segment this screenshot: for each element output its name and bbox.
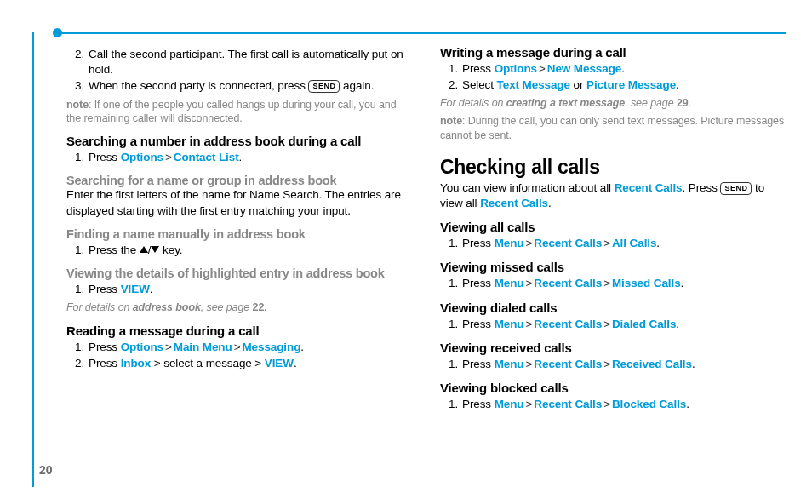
step-1: 1.Press Menu>Recent Calls>Missed Calls. — [440, 276, 786, 291]
step-1: 1.Press Options>New Message. — [440, 61, 786, 77]
note-text: : If one of the people you called hangs … — [66, 99, 397, 124]
link-recent-calls: Recent Calls — [534, 277, 602, 289]
heading-search-number: Searching a number in address book durin… — [66, 134, 413, 148]
link-recent-calls: Recent Calls — [480, 197, 548, 209]
heading-view-dialed: Viewing dialed calls — [440, 301, 786, 315]
link-contact-list: Contact List — [174, 151, 239, 163]
link-new-message: New Message — [547, 62, 621, 75]
send-key-icon: SEND — [308, 80, 340, 93]
view-details-steps: 1.Press VIEW. — [66, 282, 413, 297]
step-2: 2.Select Text Message or Picture Message… — [440, 77, 786, 93]
checking-intro: You can view information about all Recen… — [440, 180, 786, 211]
link-text-message: Text Message — [497, 78, 570, 91]
note: note: During the call, you can only send… — [440, 114, 786, 142]
prefix: Press — [89, 151, 121, 163]
link-recent-calls: Recent Calls — [534, 318, 602, 330]
prefix: Select — [462, 78, 497, 91]
heading-view-details: Viewing the details of highlighted entry… — [66, 266, 413, 280]
prefix: Press — [89, 357, 121, 369]
prefix: Press — [89, 283, 121, 295]
step-1: 1.Press Menu>Recent Calls>Received Calls… — [440, 357, 786, 372]
mid: > select a message > — [151, 357, 265, 369]
note-label: note — [440, 115, 462, 127]
heading-view-received: Viewing received calls — [440, 341, 786, 355]
step-3: 3.When the second party is connected, pr… — [66, 78, 413, 94]
heading-search-name: Searching for a name or group in address… — [66, 174, 413, 187]
step-1: 1.Press Menu>Recent Calls>Dialed Calls. — [440, 317, 786, 332]
link-main-menu: Main Menu — [174, 341, 232, 353]
step-1: 1.Press VIEW. — [66, 282, 413, 297]
link-recent-calls: Recent Calls — [534, 358, 602, 370]
view-missed-steps: 1.Press Menu>Recent Calls>Missed Calls. — [440, 276, 786, 291]
cross-ref: For details on address book, see page 22… — [66, 301, 413, 315]
link-options: Options — [495, 62, 537, 75]
heading-view-missed: Viewing missed calls — [440, 260, 786, 274]
prefix: Press — [89, 341, 121, 353]
link-view: VIEW — [265, 357, 294, 369]
link-menu: Menu — [495, 237, 524, 249]
step-1: 1.Press the / key. — [66, 243, 413, 258]
right-column: Writing a message during a call 1.Press … — [440, 45, 786, 413]
prefix: Press — [462, 398, 495, 410]
note: note: If one of the people you called ha… — [66, 98, 413, 126]
triangle-up-icon — [140, 246, 148, 253]
step-1: 1.Press Menu>Recent Calls>Blocked Calls. — [440, 397, 786, 412]
prefix: Press — [462, 358, 495, 370]
link-recent-calls: Recent Calls — [534, 237, 602, 249]
left-column: 2.Call the second participant. The first… — [66, 45, 413, 413]
link-menu: Menu — [495, 358, 524, 370]
find-manual-steps: 1.Press the / key. — [66, 243, 413, 258]
link-menu: Menu — [495, 318, 524, 330]
page-number: 20 — [39, 463, 53, 477]
columns: 2.Call the second participant. The first… — [41, 30, 786, 413]
note-text: : During the call, you can only send tex… — [440, 115, 784, 140]
link-blocked-calls: Blocked Calls — [612, 398, 686, 410]
or: or — [570, 78, 586, 91]
heading-view-blocked: Viewing blocked calls — [440, 381, 786, 395]
step-2: 2.Press Inbox > select a message > VIEW. — [66, 356, 413, 371]
manual-page: 2.Call the second participant. The first… — [0, 0, 812, 504]
prefix: Press the — [89, 243, 140, 256]
link-recent-calls: Recent Calls — [615, 181, 683, 194]
prefix: Press — [462, 237, 495, 249]
horizontal-rule — [55, 32, 786, 34]
heading-view-all: Viewing all calls — [440, 220, 786, 234]
link-inbox: Inbox — [121, 357, 152, 369]
link-dialed-calls: Dialed Calls — [612, 318, 676, 330]
step-2: 2.Call the second participant. The first… — [66, 47, 413, 77]
send-key-icon: SEND — [720, 182, 752, 195]
note-label: note — [66, 99, 89, 111]
link-menu: Menu — [495, 398, 524, 410]
view-blocked-steps: 1.Press Menu>Recent Calls>Blocked Calls. — [440, 397, 786, 412]
step-text: Call the second participant. The first c… — [89, 48, 403, 76]
heading-read-message: Reading a message during a call — [66, 324, 413, 338]
continued-steps: 2.Call the second participant. The first… — [66, 47, 413, 94]
link-received-calls: Received Calls — [612, 358, 692, 370]
link-options: Options — [121, 341, 163, 353]
corner-dot-icon — [53, 28, 62, 37]
step-1: 1.Press Options>Main Menu>Messaging. — [66, 340, 413, 355]
search-name-text: Enter the first letters of the name for … — [66, 187, 413, 218]
write-message-steps: 1.Press Options>New Message. 2.Select Te… — [440, 61, 786, 93]
prefix: Press — [462, 277, 495, 289]
link-picture-message: Picture Message — [586, 78, 676, 91]
link-messaging: Messaging — [242, 341, 300, 353]
heading-find-manual: Finding a name manually in address book — [66, 227, 413, 241]
triangle-down-icon — [151, 246, 159, 253]
link-all-calls: All Calls — [612, 237, 656, 249]
link-missed-calls: Missed Calls — [612, 277, 681, 289]
suffix: key. — [159, 243, 182, 256]
step-text: When the second party is connected, pres… — [89, 79, 308, 92]
cross-ref: For details on creating a text message, … — [440, 96, 786, 111]
step-1: 1.Press Options>Contact List. — [66, 150, 413, 165]
link-recent-calls: Recent Calls — [534, 398, 602, 410]
link-options: Options — [121, 151, 163, 163]
view-received-steps: 1.Press Menu>Recent Calls>Received Calls… — [440, 357, 786, 372]
read-message-steps: 1.Press Options>Main Menu>Messaging. 2.P… — [66, 340, 413, 371]
heading-write-message: Writing a message during a call — [440, 45, 786, 60]
heading-checking-all: Checking all calls — [440, 156, 786, 179]
vertical-rule — [32, 32, 34, 487]
view-dialed-steps: 1.Press Menu>Recent Calls>Dialed Calls. — [440, 317, 786, 332]
step-suffix: again. — [340, 79, 374, 92]
link-menu: Menu — [495, 277, 524, 289]
